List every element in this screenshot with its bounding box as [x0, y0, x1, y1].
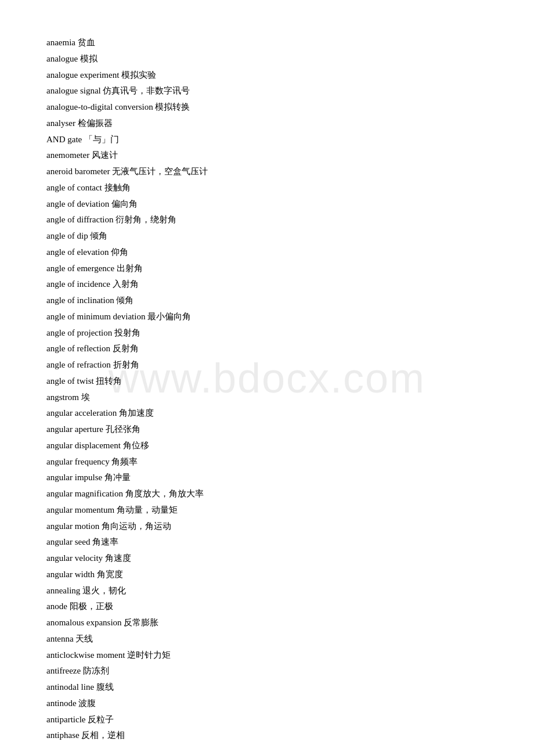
list-item: angular frequency 角频率 [46, 454, 488, 470]
list-item: antiphase 反相，逆相 [46, 728, 488, 744]
list-item: aneroid barometer 无液气压计，空盒气压计 [46, 164, 488, 180]
list-item: angle of incidence 入射角 [46, 276, 488, 293]
list-item: angle of minimum deviation 最小偏向角 [46, 309, 488, 325]
list-item: analogue experiment 模拟实验 [46, 67, 488, 84]
list-item: angular displacement 角位移 [46, 438, 488, 454]
list-item: antifreeze 防冻剂 [46, 663, 488, 679]
list-item: angular momentum 角动量，动量矩 [46, 502, 488, 519]
list-item: angle of elevation 仰角 [46, 244, 488, 261]
list-item: angular seed 角速率 [46, 534, 488, 550]
list-item: angle of reflection 反射角 [46, 341, 488, 357]
list-item: angular acceleration 角加速度 [46, 405, 488, 422]
list-item: angle of refraction 折射角 [46, 357, 488, 373]
list-item: angle of deviation 偏向角 [46, 196, 488, 213]
list-item: anemometer 风速计 [46, 147, 488, 164]
list-item: angstrom 埃 [46, 390, 488, 406]
list-item: angle of emergence 出射角 [46, 261, 488, 277]
term-list: anaemia 贫血analogue 模拟analogue experiment… [46, 35, 488, 744]
list-item: analogue signal 仿真讯号，非数字讯号 [46, 83, 488, 99]
list-item: anomalous expansion 反常膨胀 [46, 615, 488, 631]
list-item: antinode 波腹 [46, 696, 488, 712]
list-item: angle of diffraction 衍射角，绕射角 [46, 212, 488, 228]
list-item: analogue 模拟 [46, 51, 488, 67]
list-item: analyser 检偏振器 [46, 116, 488, 132]
list-item: angular magnification 角度放大，角放大率 [46, 486, 488, 502]
list-item: angular aperture 孔径张角 [46, 422, 488, 438]
list-item: angle of inclination 倾角 [46, 293, 488, 309]
list-item: angle of projection 投射角 [46, 325, 488, 341]
list-item: annealing 退火，韧化 [46, 583, 488, 599]
list-item: angle of twist 扭转角 [46, 373, 488, 390]
list-item: AND gate 「与」门 [46, 132, 488, 148]
list-item: angle of dip 倾角 [46, 228, 488, 244]
list-item: anaemia 贫血 [46, 35, 488, 51]
list-item: angular impulse 角冲量 [46, 470, 488, 486]
list-item: angular velocity 角速度 [46, 550, 488, 567]
list-item: antinodal line 腹线 [46, 679, 488, 696]
list-item: anticlockwise moment 逆时针力矩 [46, 647, 488, 664]
list-item: antenna 天线 [46, 631, 488, 647]
list-item: antiparticle 反粒子 [46, 712, 488, 728]
list-item: angle of contact 接触角 [46, 180, 488, 196]
list-item: angular motion 角向运动，角运动 [46, 519, 488, 535]
list-item: angular width 角宽度 [46, 567, 488, 583]
list-item: anode 阳极，正极 [46, 599, 488, 615]
list-item: analogue-to-digital conversion 模拟转换 [46, 99, 488, 116]
